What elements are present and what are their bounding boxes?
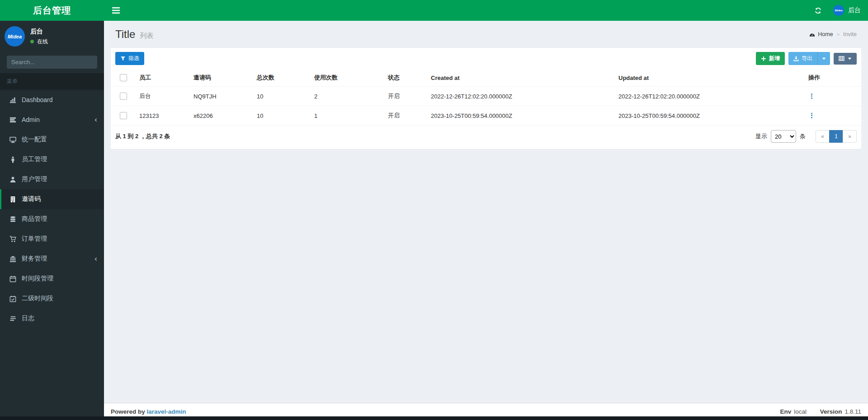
sidebar-item-label: 邀请码 xyxy=(22,195,97,203)
chevron-left-icon: ‹ xyxy=(94,117,97,122)
pager: « 1 » xyxy=(816,130,857,143)
navbar-user-menu[interactable]: Midea 后台 xyxy=(829,0,868,21)
version-group: Version1.8.11 xyxy=(820,408,861,415)
user-status: 在线 xyxy=(30,38,48,46)
column-header: 员工 xyxy=(136,69,190,87)
avatar: Midea xyxy=(833,5,844,16)
page-subtitle: 列表 xyxy=(140,32,153,40)
pager-prev-button[interactable]: « xyxy=(816,130,830,143)
caret-down-icon xyxy=(848,56,852,62)
user-info: 后台 在线 xyxy=(30,28,48,46)
breadcrumb-current: Invite xyxy=(843,31,857,37)
sidebar-item-products[interactable]: 商品管理 xyxy=(0,209,104,229)
navbar-user-label: 后台 xyxy=(848,6,861,14)
add-button[interactable]: 新增 xyxy=(756,52,785,65)
sidebar-item-label: 时间段管理 xyxy=(22,275,97,283)
per-page-label: 显示 xyxy=(755,132,767,140)
hamburger-icon[interactable] xyxy=(104,0,128,21)
column-header: 邀请码 xyxy=(190,69,253,87)
row-actions-cell: ⋮ xyxy=(805,106,861,126)
online-status-icon xyxy=(30,40,34,43)
bank-icon xyxy=(8,256,17,262)
per-page-unit: 条 xyxy=(800,132,806,140)
column-header: Updated at xyxy=(615,69,805,87)
export-caret-button[interactable] xyxy=(817,52,830,65)
search-icon[interactable] xyxy=(95,56,97,69)
pager-next-button[interactable]: » xyxy=(843,130,857,143)
sidebar-item-dashboard[interactable]: Dashboard xyxy=(0,90,104,110)
column-selector-button[interactable] xyxy=(834,53,857,65)
database-icon xyxy=(8,216,17,223)
env-label: Env xyxy=(780,408,791,415)
tasks-icon xyxy=(8,117,17,123)
row-actions-cell: ⋮ xyxy=(805,87,861,106)
row-actions-menu-icon[interactable]: ⋮ xyxy=(808,92,815,100)
sidebar-item-unified-config[interactable]: 统一配置 xyxy=(0,130,104,149)
app-logo[interactable]: 后台管理 xyxy=(0,0,104,21)
powered-by: Powered by laravel-admin xyxy=(111,408,186,415)
export-button[interactable]: 导出 xyxy=(788,52,817,65)
filter-button[interactable]: 筛选 xyxy=(115,52,144,65)
main-column: Midea 后台 Title 列表 Home > Invite xyxy=(104,0,868,420)
toolbar-right: 新增 导出 xyxy=(756,52,857,65)
breadcrumb-home[interactable]: Home xyxy=(818,31,833,37)
user-name: 后台 xyxy=(30,28,48,36)
table-cell: 开启 xyxy=(384,87,427,106)
bottom-strip xyxy=(0,416,868,420)
sidebar-item-staff[interactable]: 员工管理 xyxy=(0,149,104,169)
menu-header: 菜单 xyxy=(0,73,104,90)
sidebar-item-logs[interactable]: 日志 xyxy=(0,308,104,328)
pagination-controls: 显示 20 条 « 1 » xyxy=(755,130,857,143)
select-all-checkbox[interactable] xyxy=(120,74,127,81)
sidebar-item-timeslot[interactable]: 时间段管理 xyxy=(0,269,104,289)
sidebar-item-label: Dashboard xyxy=(22,96,97,103)
pager-page-1-button[interactable]: 1 xyxy=(829,130,843,143)
sidebar-item-label: 日志 xyxy=(22,314,97,322)
laravel-admin-link[interactable]: laravel-admin xyxy=(147,408,186,415)
search-input[interactable] xyxy=(7,56,95,69)
table-row: 后台NQ9TJH102开启2022-12-26T12:02:20.000000Z… xyxy=(111,87,861,106)
row-select-cell xyxy=(111,106,136,126)
select-all-cell xyxy=(111,69,136,87)
table-cell: 1 xyxy=(311,106,384,126)
sidebar-item-label: 用户管理 xyxy=(22,175,97,183)
export-button-label: 导出 xyxy=(802,55,812,62)
export-split-button: 导出 xyxy=(788,52,830,65)
sidebar-item-finance[interactable]: 财务管理‹ xyxy=(0,249,104,269)
building-icon xyxy=(8,196,17,203)
table-header-row: 员工邀请码总次数使用次数状态Created atUpdated at操作 xyxy=(111,69,861,87)
download-icon xyxy=(793,56,799,61)
calendar-check-icon xyxy=(8,295,17,302)
user-icon xyxy=(8,176,17,183)
sidebar-item-users[interactable]: 用户管理 xyxy=(0,169,104,189)
table-cell: NQ9TJH xyxy=(190,87,253,106)
table-cell: 10 xyxy=(253,87,311,106)
row-checkbox[interactable] xyxy=(120,93,127,100)
env-value: local xyxy=(794,408,807,415)
sidebar: 后台管理 Midea 后台 在线 菜单 DashboardAdmin‹统一配置员… xyxy=(0,0,104,420)
sidebar-item-invite-code[interactable]: 邀请码 xyxy=(0,189,104,209)
sidebar-item-admin[interactable]: Admin‹ xyxy=(0,110,104,130)
sidebar-item-orders[interactable]: 订单管理 xyxy=(0,229,104,249)
column-header: 使用次数 xyxy=(311,69,384,87)
refresh-icon[interactable] xyxy=(807,0,829,21)
caret-down-icon xyxy=(822,56,826,61)
sidebar-item-label: 订单管理 xyxy=(22,235,97,243)
data-table: 员工邀请码总次数使用次数状态Created atUpdated at操作 后台N… xyxy=(111,69,861,126)
row-actions-menu-icon[interactable]: ⋮ xyxy=(808,112,815,119)
cart-icon xyxy=(8,236,17,243)
per-page-select[interactable]: 20 xyxy=(771,130,796,143)
sidebar-item-label: 商品管理 xyxy=(22,215,97,223)
sidebar-item-sub-timeslot[interactable]: 二级时间段 xyxy=(0,289,104,308)
table-row: 123123x62206101开启2023-10-25T00:59:54.000… xyxy=(111,106,861,126)
filter-icon xyxy=(120,56,126,61)
grid-box: 筛选 新增 导出 xyxy=(111,47,861,149)
add-button-label: 新增 xyxy=(769,55,780,62)
version-label: Version xyxy=(820,408,842,415)
page-title-text: Title xyxy=(115,28,135,41)
powered-by-label: Powered by xyxy=(111,408,145,415)
avatar: Midea xyxy=(5,26,25,47)
navbar-right: Midea 后台 xyxy=(807,0,868,21)
row-checkbox[interactable] xyxy=(120,112,127,119)
table-icon xyxy=(839,56,844,61)
